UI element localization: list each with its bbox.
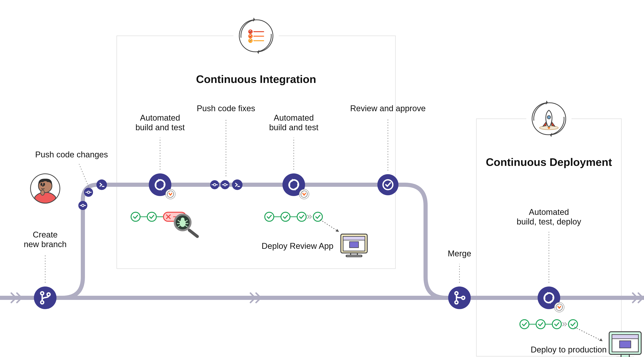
node-push-fixes: Push code fixes: [197, 104, 255, 190]
svg-rect-99: [350, 242, 358, 248]
node-merge: Merge: [448, 249, 471, 309]
gitlab-cycle-badge-icon: [554, 302, 564, 312]
svg-point-76: [210, 180, 219, 189]
svg-rect-36: [621, 354, 629, 357]
node-review-approve: Review and approve: [350, 104, 426, 195]
avatar: [30, 174, 60, 203]
svg-point-28: [536, 320, 545, 329]
check-icon: [552, 320, 561, 329]
svg-point-26: [520, 320, 529, 329]
node-build-test-1: Automatedbuild and test: [131, 113, 200, 239]
label-merge: Merge: [448, 249, 471, 258]
svg-line-54: [79, 164, 88, 187]
svg-point-58: [131, 212, 140, 221]
monitor-review-icon: [341, 234, 367, 257]
svg-point-48: [84, 188, 93, 197]
label-build-test-deploy: Automatedbuild, test, deploy: [517, 207, 581, 226]
node-build-test-deploy: Automatedbuild, test, deploy Deploy to p…: [517, 207, 641, 357]
check-icon: [147, 212, 156, 221]
svg-point-42: [42, 185, 44, 187]
label-build-test-2: Automatedbuild and test: [269, 113, 318, 132]
label-deploy-prod: Deploy to production: [531, 345, 607, 354]
ci-section-box: Continuous Integration: [117, 13, 396, 269]
cd-section-title: Continuous Deployment: [486, 156, 612, 168]
svg-point-31: [568, 320, 578, 329]
label-deploy-review: Deploy Review App: [262, 241, 334, 250]
check-icon: [131, 212, 140, 221]
cd-pipeline-status: [520, 320, 578, 329]
label-review-approve: Review and approve: [350, 104, 426, 113]
label-push-fixes: Push code fixes: [197, 104, 255, 113]
svg-point-44: [78, 201, 87, 210]
gitlab-cycle-badge-icon: [166, 189, 175, 199]
ci-section-title: Continuous Integration: [196, 73, 316, 85]
ci-pipeline-pass: [265, 212, 322, 221]
monitor-prod-icon: [609, 332, 641, 357]
svg-rect-34: [612, 334, 638, 339]
label-push-changes: Push code changes: [35, 150, 108, 159]
svg-point-80: [220, 180, 230, 189]
svg-rect-101: [346, 255, 362, 257]
branch-loop: [45, 185, 446, 298]
cd-section-box: Continuous Deployment: [476, 96, 622, 356]
gitlab-cycle-badge-icon: [299, 189, 309, 199]
svg-point-94: [297, 212, 306, 221]
svg-rect-35: [620, 341, 631, 348]
svg-rect-98: [343, 236, 365, 240]
svg-point-60: [147, 212, 156, 221]
check-icon: [520, 320, 529, 329]
bug-magnifier-icon: [175, 214, 200, 239]
check-icon: [536, 320, 545, 329]
svg-point-90: [265, 212, 274, 221]
svg-rect-75: [187, 228, 200, 239]
check-icon: [297, 212, 306, 221]
check-icon: [281, 212, 290, 221]
svg-point-92: [281, 212, 290, 221]
label-create-branch: Createnew branch: [24, 230, 66, 249]
check-icon: [568, 320, 578, 329]
svg-point-11: [547, 116, 550, 119]
check-icon: [265, 212, 274, 221]
svg-point-30: [552, 320, 561, 329]
label-build-test-1: Automatedbuild and test: [136, 113, 185, 132]
svg-point-40: [40, 183, 42, 186]
svg-point-68: [181, 218, 184, 221]
svg-point-43: [41, 190, 44, 195]
